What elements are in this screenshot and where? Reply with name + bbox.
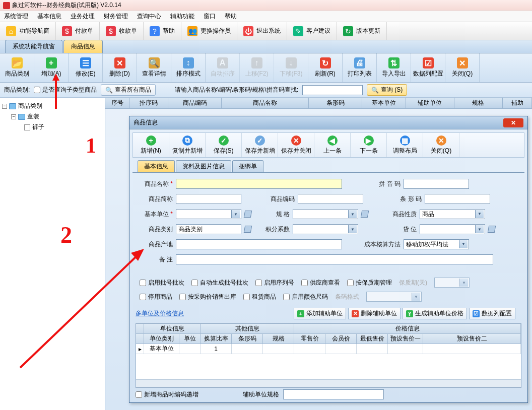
view-all-button[interactable]: 🔍查看所有商品 xyxy=(101,84,156,96)
category-field[interactable]: 商品类别 xyxy=(176,224,241,234)
menu-aux[interactable]: 辅助功能 xyxy=(170,12,194,21)
sub-btn-删除辅助单位[interactable]: ✕删除辅助单位 xyxy=(348,308,401,319)
tree-toggle-icon[interactable]: − xyxy=(11,114,16,119)
grid-col[interactable]: 辅助 xyxy=(503,98,532,108)
inner-grid-col[interactable]: 条形码 xyxy=(232,334,263,344)
lookup-icon[interactable] xyxy=(244,211,252,218)
tab-material-info[interactable]: 资料及图片信息 xyxy=(176,160,231,172)
remark-input[interactable] xyxy=(176,254,493,264)
checkbox-按采购价销售出库[interactable]: 按采购价销售出库 xyxy=(179,293,236,301)
lookup-icon[interactable] xyxy=(488,226,496,233)
grid-col[interactable]: 商品名称 xyxy=(222,98,309,108)
lookup-icon[interactable] xyxy=(244,226,252,233)
multi-unit-link[interactable]: 多单位及价格信息 xyxy=(136,309,184,318)
menu-system[interactable]: 系统管理 xyxy=(4,12,28,21)
points-combo[interactable] xyxy=(293,224,358,234)
spec-combo[interactable] xyxy=(293,209,358,219)
dialog-tb-保存并新增[interactable]: ✓保存并新增 xyxy=(242,133,278,157)
barcode-input[interactable] xyxy=(425,194,490,204)
tab-basic-info[interactable]: 基本信息 xyxy=(138,160,175,172)
tree-child-1[interactable]: − 童装 xyxy=(2,111,103,122)
inner-grid-col[interactable]: 规格 xyxy=(263,334,294,344)
dialog-tb-下一条[interactable]: ▶下一条 xyxy=(351,133,387,157)
menu-help[interactable]: 帮助 xyxy=(225,12,237,21)
dialog-tb-新增(N)[interactable]: +新增(N) xyxy=(133,133,169,157)
sub-btn-添加辅助单位[interactable]: +添加辅助单位 xyxy=(294,308,346,319)
checkbox-启用批号批次[interactable]: 启用批号批次 xyxy=(140,279,184,287)
origin-input[interactable] xyxy=(176,239,342,249)
menu-basic[interactable]: 基本信息 xyxy=(37,12,61,21)
inner-grid-col[interactable]: 最低售价 xyxy=(357,334,388,344)
slot-combo[interactable] xyxy=(420,224,485,234)
ribbon-导入导出[interactable]: ⇅导入导出 xyxy=(377,53,411,82)
grid-col[interactable]: 商品编码 xyxy=(168,98,222,108)
tree-toggle-icon[interactable]: − xyxy=(2,104,7,109)
toolbar-付款单[interactable]: $付款单 xyxy=(56,22,100,40)
ribbon-打印列表[interactable]: 🖨打印列表 xyxy=(343,53,377,82)
checkbox-停用商品[interactable]: 停用商品 xyxy=(140,293,172,301)
tree-child-2[interactable]: 裤子 xyxy=(2,122,103,132)
menu-business[interactable]: 业务处理 xyxy=(71,12,95,21)
short-name-input[interactable] xyxy=(176,194,241,204)
ribbon-排序模式[interactable]: ↕排序模式 xyxy=(171,53,206,82)
product-name-input[interactable] xyxy=(176,179,342,189)
aux-unit-spec-input[interactable] xyxy=(283,389,384,399)
dialog-tb-保存(S)[interactable]: ✓保存(S) xyxy=(206,133,242,157)
inner-grid-col[interactable]: 单位类别 xyxy=(144,334,179,344)
inner-grid-col[interactable]: 零售价 xyxy=(294,334,325,344)
toolbar-客户建议[interactable]: ✎客户建议 xyxy=(287,22,337,40)
sub-btn-数据列配置[interactable]: ☑数据列配置 xyxy=(469,308,515,319)
inner-grid-col[interactable]: 预设售价二 xyxy=(423,334,521,344)
inner-grid-col[interactable]: 会员价 xyxy=(325,334,357,344)
ribbon-商品类别[interactable]: 📂商品类别 xyxy=(0,53,34,82)
tree-root[interactable]: − 商品类别 xyxy=(2,101,103,111)
unit-combo[interactable] xyxy=(176,209,241,219)
checkbox-按保质期管理[interactable]: 按保质期管理 xyxy=(347,279,392,287)
checkbox-租赁商品[interactable]: 租赁商品 xyxy=(243,293,276,301)
dialog-tb-保存并关闭[interactable]: ✕保存并关闭 xyxy=(278,133,314,157)
inner-grid-col[interactable]: 单位 xyxy=(179,334,201,344)
sub-btn-生成辅助单位价格[interactable]: ¥生成辅助单位价格 xyxy=(403,308,467,319)
dialog-tb-上一条[interactable]: ◀上一条 xyxy=(314,133,351,157)
tab-product[interactable]: 商品信息 xyxy=(63,40,103,53)
toolbar-更换操作员[interactable]: 👥更换操作员 xyxy=(181,22,237,40)
menu-window[interactable]: 窗口 xyxy=(204,12,216,21)
grid-col[interactable]: 规格 xyxy=(454,98,503,108)
auto-increment-checkbox[interactable]: 新增商品时编码递增 xyxy=(136,390,198,399)
inner-grid-col[interactable]: 预设售价一 xyxy=(388,334,423,344)
tab-bundle[interactable]: 捆绑单 xyxy=(232,160,263,172)
unit-grid-row[interactable]: ▸ 基本单位 1 xyxy=(136,344,521,354)
grid-col[interactable]: 排序码 xyxy=(129,98,168,108)
checkbox-启用序列号[interactable]: 启用序列号 xyxy=(255,279,294,287)
grid-col[interactable]: 辅助单位 xyxy=(406,98,454,108)
dialog-tb-调整布局[interactable]: ▦调整布局 xyxy=(387,133,423,157)
ribbon-刷新(R)[interactable]: ↻刷新(R) xyxy=(308,53,343,82)
pinyin-input[interactable] xyxy=(404,179,469,189)
ribbon-关闭(Q)[interactable]: ✕关闭(Q) xyxy=(445,53,480,82)
ribbon-查看详情[interactable]: 🔍查看详情 xyxy=(137,53,171,82)
toolbar-版本更新[interactable]: ↻版本更新 xyxy=(337,22,387,40)
inner-grid-col[interactable]: 换算比率 xyxy=(201,334,232,344)
search-input[interactable] xyxy=(302,85,363,95)
checkbox-供应商查看[interactable]: 供应商查看 xyxy=(301,279,340,287)
close-button[interactable]: ✕ xyxy=(503,118,523,127)
cost-method-combo[interactable]: 移动加权平均法 xyxy=(404,239,469,249)
toolbar-收款单[interactable]: $收款单 xyxy=(100,22,144,40)
grid-col[interactable]: 序号 xyxy=(105,98,129,108)
dialog-tb-关闭(Q)[interactable]: ✕关闭(Q) xyxy=(423,133,459,157)
filter-subcat-checkbox[interactable]: 是否查询子类型商品 xyxy=(34,86,97,94)
toolbar-功能导航窗[interactable]: ⌂功能导航窗 xyxy=(0,22,56,40)
menu-finance[interactable]: 财务管理 xyxy=(104,12,128,21)
search-button[interactable]: 🔍查询 (S) xyxy=(367,84,407,96)
ribbon-删除(D)[interactable]: ✕删除(D) xyxy=(103,53,137,82)
h-scrollbar[interactable] xyxy=(136,379,521,387)
menu-query[interactable]: 查询中心 xyxy=(137,12,161,21)
tab-nav[interactable]: 系统功能导航窗 xyxy=(5,40,62,53)
toolbar-退出系统[interactable]: ⏻退出系统 xyxy=(237,22,287,40)
grid-col[interactable]: 基本单位 xyxy=(362,98,406,108)
dialog-tb-复制并新增[interactable]: ⧉复制并新增 xyxy=(169,133,206,157)
product-code-input[interactable] xyxy=(298,194,363,204)
checkbox-启用颜色尺码[interactable]: 启用颜色尺码 xyxy=(283,293,328,301)
toolbar-帮助[interactable]: ?帮助 xyxy=(144,22,181,40)
nature-combo[interactable]: 商品 xyxy=(420,209,485,219)
